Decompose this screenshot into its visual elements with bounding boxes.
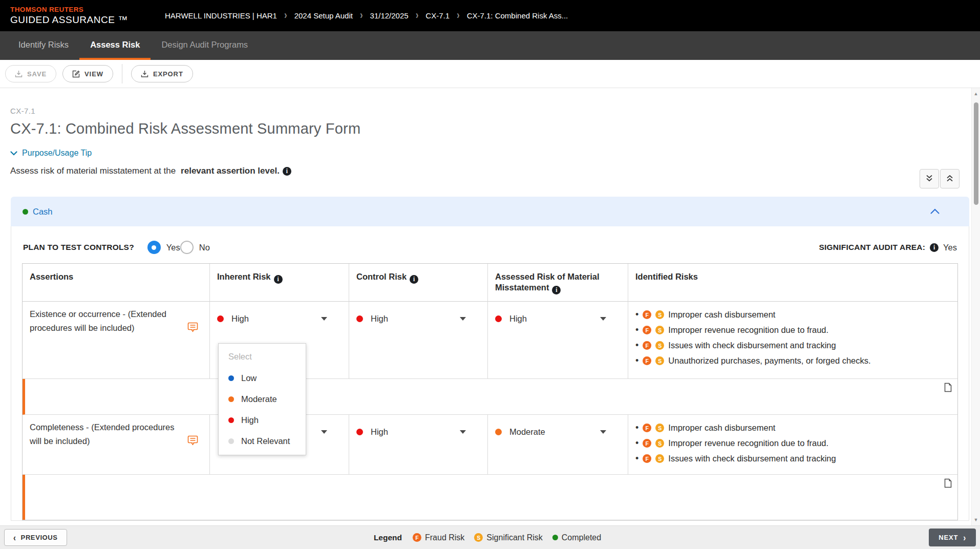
col-header-assertions: Assertions	[23, 264, 210, 302]
dropdown-option-moderate[interactable]: Moderate	[219, 389, 306, 410]
bullet: •	[635, 356, 638, 365]
legend-title: Legend	[374, 533, 402, 542]
dropdown-option-low[interactable]: Low	[219, 368, 306, 389]
fraud-risk-badge: F	[643, 424, 651, 432]
info-icon[interactable]: i	[283, 167, 291, 176]
significant-risk-badge: S	[655, 341, 664, 350]
significant-risk-badge: S	[655, 424, 664, 432]
scrollbar-thumb[interactable]	[974, 102, 978, 205]
legend-significant-risk: S Significant Risk	[474, 533, 542, 542]
next-button[interactable]: NEXT ›	[929, 529, 976, 546]
risk-level-dot	[356, 429, 363, 435]
info-icon[interactable]: i	[552, 286, 561, 294]
scroll-up-icon[interactable]: ▲	[972, 91, 980, 96]
identified-risks-cell: •FSImproper cash disbursement •FSImprope…	[628, 415, 957, 475]
risk-assessment-table: Assertions Inherent Riski Control Riski …	[22, 263, 958, 520]
inherent-risk-select[interactable]: High	[217, 311, 342, 326]
purpose-usage-tip-toggle[interactable]: Purpose/Usage Tip	[10, 149, 92, 158]
document-icon[interactable]	[944, 383, 952, 394]
control-risk-select[interactable]: High	[356, 311, 480, 326]
breadcrumb-engagement[interactable]: HARWELL INDUSTRIES | HAR1	[165, 11, 277, 20]
toolbar: SAVE VIEW EXPORT	[0, 60, 980, 88]
dropdown-caret-icon	[321, 430, 327, 434]
document-icon[interactable]	[944, 478, 952, 490]
plan-to-test-radio-group: Yes No	[147, 241, 210, 254]
main-tabbar: Identify Risks Assess Risk Design Audit …	[0, 31, 980, 60]
double-chevron-up-icon	[946, 175, 954, 183]
breadcrumb-audit[interactable]: 2024 Setup Audit	[294, 11, 353, 20]
collapse-all-button[interactable]	[920, 169, 939, 188]
scroll-down-icon[interactable]: ▼	[972, 517, 980, 522]
dropdown-caret-icon	[600, 430, 606, 434]
main-content: CX-7.1 CX-7.1: Combined Risk Assessment …	[0, 88, 980, 525]
radio-no[interactable]	[180, 241, 194, 254]
info-icon[interactable]: i	[930, 243, 939, 252]
comment-icon[interactable]	[187, 322, 198, 335]
risk-level-label: High	[509, 314, 527, 324]
comment-icon[interactable]	[187, 435, 198, 448]
view-button[interactable]: VIEW	[62, 65, 113, 82]
breadcrumb-form-code[interactable]: CX-7.1	[425, 11, 450, 20]
tab-design-audit-programs[interactable]: Design Audit Programs	[151, 31, 259, 60]
assertion-text: Completeness - (Extended procedures will…	[30, 420, 202, 448]
dropdown-option-not-relevant[interactable]: Not Relevant	[219, 431, 306, 452]
col-header-inherent-risk: Inherent Riski	[210, 264, 349, 302]
radio-yes[interactable]	[147, 241, 161, 254]
export-button[interactable]: EXPORT	[131, 65, 193, 82]
risk-level-label: High	[231, 314, 249, 324]
legend-completed: Completed	[552, 533, 601, 542]
vertical-scrollbar[interactable]: ▲ ▼	[971, 88, 980, 525]
tab-identify-risks[interactable]: Identify Risks	[8, 31, 79, 60]
save-button-label: SAVE	[27, 70, 47, 78]
assessed-risk-header-label: Assessed Risk of Material Misstatement	[495, 272, 600, 292]
page-title: CX-7.1: Combined Risk Assessment Summary…	[10, 120, 970, 137]
significant-risk-badge: S	[655, 356, 664, 365]
dropdown-option-high[interactable]: High	[219, 410, 306, 431]
previous-button[interactable]: ‹ PREVIOUS	[4, 529, 67, 546]
tab-assess-risk[interactable]: Assess Risk	[79, 31, 151, 60]
risk-item: •FSImproper cash disbursement	[635, 423, 950, 433]
section-title[interactable]: Cash	[33, 207, 53, 217]
identified-risks-list: •FSImproper cash disbursement •FSImprope…	[635, 423, 950, 463]
brand-line1: THOMSON REUTERS	[10, 6, 128, 13]
dropdown-caret-icon	[321, 317, 327, 321]
procedure-note-row[interactable]	[23, 379, 957, 415]
risk-level-dropdown: Select Low Moderate High Not Relevant	[218, 343, 306, 455]
assessed-risk-select[interactable]: High	[495, 311, 621, 326]
dropdown-option-label: Low	[241, 373, 257, 383]
next-button-label: NEXT	[939, 534, 958, 541]
legend-fraud-label: Fraud Risk	[425, 533, 464, 542]
previous-button-label: PREVIOUS	[21, 534, 58, 541]
view-button-label: VIEW	[84, 70, 103, 78]
info-icon[interactable]: i	[274, 275, 283, 284]
risk-item: •FSIssues with check disbursement and tr…	[635, 454, 950, 463]
risk-level-dot	[228, 417, 234, 423]
chevron-right-icon: ›	[284, 9, 287, 22]
significant-risk-badge: S	[655, 326, 664, 334]
legend-significant-label: Significant Risk	[486, 533, 542, 542]
risk-level-dot	[228, 375, 234, 381]
col-header-control-risk: Control Riski	[349, 264, 488, 302]
chevron-right-icon: ›	[360, 9, 363, 22]
info-icon[interactable]: i	[410, 275, 418, 284]
breadcrumb-date[interactable]: 31/12/2025	[370, 11, 409, 20]
dropdown-option-select: Select	[219, 346, 306, 368]
collapse-expand-controls	[920, 169, 960, 188]
control-risk-select[interactable]: High	[356, 424, 480, 439]
chevron-up-icon[interactable]	[930, 207, 940, 216]
cash-section-header[interactable]: Cash	[11, 197, 969, 226]
risk-level-dot	[495, 315, 502, 322]
risk-level-label: Moderate	[509, 427, 545, 437]
control-risk-cell: High	[349, 415, 488, 475]
risk-text: Unauthorized purchases, payments, or for…	[668, 356, 870, 366]
expand-all-button[interactable]	[940, 169, 960, 188]
assessed-risk-select[interactable]: Moderate	[495, 424, 621, 439]
brand-line2: GUIDED ASSURANCE ™	[10, 14, 128, 26]
plan-to-test-label: PLAN TO TEST CONTROLS?	[23, 243, 134, 252]
save-button[interactable]: SAVE	[5, 65, 56, 82]
risk-text: Improper cash disbursement	[668, 423, 775, 433]
toolbar-divider	[122, 64, 122, 83]
assertion-text: Existence or occurrence - (Extended proc…	[30, 307, 202, 335]
procedure-note-row[interactable]	[23, 475, 957, 520]
risk-item: •FSImproper revenue recognition due to f…	[635, 325, 950, 335]
